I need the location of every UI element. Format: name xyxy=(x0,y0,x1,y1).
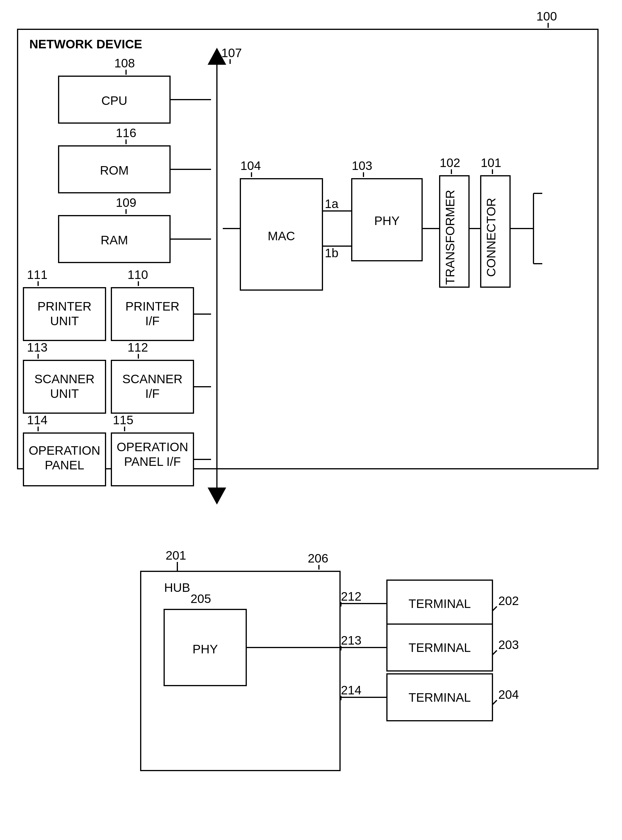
svg-line-43 xyxy=(492,650,497,655)
ref-206: 206 xyxy=(308,551,328,565)
ref-108: 108 xyxy=(114,56,135,70)
ref-213: 213 xyxy=(341,633,361,647)
printer-if-label1: PRINTER xyxy=(125,300,179,313)
svg-marker-12 xyxy=(208,488,226,504)
ref-101: 101 xyxy=(481,156,501,170)
ref-212: 212 xyxy=(341,589,361,603)
ref-1b: 1b xyxy=(325,246,338,260)
network-device-label: NETWORK DEVICE xyxy=(29,37,142,51)
printer-if-label2: I/F xyxy=(145,314,160,328)
rom-label: ROM xyxy=(100,163,129,177)
terminal2-label: TERMINAL xyxy=(409,641,471,654)
diagram-container: 100 NETWORK DEVICE 108 CPU 116 ROM 109 R… xyxy=(0,0,622,840)
ref-116: 116 xyxy=(116,126,136,140)
terminal3-label: TERMINAL xyxy=(409,691,471,705)
svg-line-42 xyxy=(492,607,497,611)
operation-panel-label1: OPERATION xyxy=(29,444,100,457)
ref-202: 202 xyxy=(498,594,519,608)
ref-104: 104 xyxy=(240,159,261,173)
ref-109: 109 xyxy=(116,196,136,210)
operation-panel-label2: PANEL xyxy=(45,458,84,472)
ref-114: 114 xyxy=(27,413,47,427)
phy-nd-label: PHY xyxy=(374,214,399,228)
scanner-if-label2: I/F xyxy=(145,387,160,400)
ref-112: 112 xyxy=(128,341,148,354)
ref-205: 205 xyxy=(191,592,211,606)
ref-100: 100 xyxy=(537,9,557,23)
ref-204: 204 xyxy=(498,688,519,702)
ref-102: 102 xyxy=(440,156,460,170)
svg-line-44 xyxy=(492,700,497,705)
operation-panel-if-label1: OPERATION xyxy=(117,440,188,454)
scanner-unit-label1: SCANNER xyxy=(34,372,95,386)
transformer-label: TRANSFORMER xyxy=(443,190,457,285)
ref-115: 115 xyxy=(113,413,133,427)
ref-111: 111 xyxy=(27,268,47,282)
ref-1a: 1a xyxy=(325,197,338,211)
hub-label: HUB xyxy=(164,581,190,595)
ref-203: 203 xyxy=(498,638,519,651)
cpu-label: CPU xyxy=(101,94,128,108)
printer-unit-label1: PRINTER xyxy=(38,300,91,313)
connector-label: CONNECTOR xyxy=(484,198,498,277)
ref-201: 201 xyxy=(166,548,186,562)
ref-107: 107 xyxy=(221,46,242,60)
ref-103: 103 xyxy=(352,159,372,173)
phy-hub-label: PHY xyxy=(192,642,218,656)
ref-110: 110 xyxy=(128,268,148,282)
scanner-if-label1: SCANNER xyxy=(122,372,182,386)
printer-unit-label2: UNIT xyxy=(50,314,79,328)
terminal1-label: TERMINAL xyxy=(409,597,471,610)
ram-label: RAM xyxy=(101,233,128,247)
mac-label: MAC xyxy=(268,229,295,243)
operation-panel-if-label2: PANEL I/F xyxy=(124,455,181,469)
ref-214: 214 xyxy=(341,683,361,697)
scanner-unit-label2: UNIT xyxy=(50,387,79,400)
ref-113: 113 xyxy=(27,341,47,354)
